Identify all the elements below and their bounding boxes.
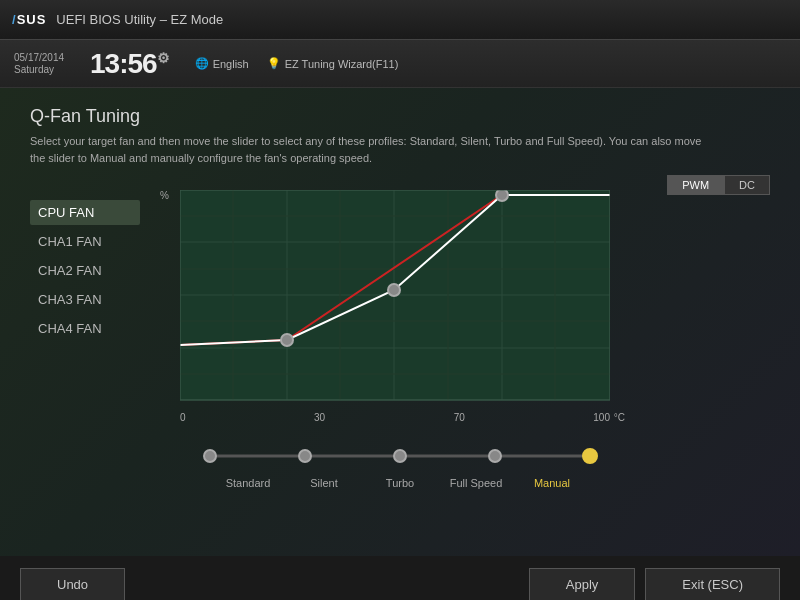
- fan-item-cha4[interactable]: CHA4 FAN: [30, 316, 140, 341]
- slider-dot-turbo[interactable]: [393, 449, 407, 463]
- asus-logo: /SUS: [12, 12, 46, 27]
- fan-curve-chart: 100 50: [180, 190, 610, 410]
- slider-dot-silent[interactable]: [298, 449, 312, 463]
- day-display: Saturday: [14, 64, 74, 76]
- slider-dot-standard[interactable]: [203, 449, 217, 463]
- fan-list: CPU FAN CHA1 FAN CHA2 FAN CHA3 FAN CHA4 …: [30, 180, 140, 341]
- date-display: 05/17/2014: [14, 52, 74, 64]
- clock-display: 13:56⚙: [90, 48, 169, 80]
- x-label-30: 30: [314, 412, 325, 423]
- timebar: 05/17/2014 Saturday 13:56⚙ 🌐 English 💡 E…: [0, 40, 800, 88]
- language-selector[interactable]: 🌐 English: [195, 57, 249, 70]
- right-buttons: Apply Exit (ESC): [529, 568, 780, 600]
- fan-item-cpu[interactable]: CPU FAN: [30, 200, 140, 225]
- chart-container: PWM DC %: [160, 180, 770, 423]
- chart-wrapper: %: [160, 190, 770, 423]
- ez-tuning-wizard[interactable]: 💡 EZ Tuning Wizard(F11): [267, 57, 399, 70]
- header-links: 🌐 English 💡 EZ Tuning Wizard(F11): [195, 57, 399, 70]
- svg-point-18: [388, 284, 400, 296]
- slider-dot-manual[interactable]: [582, 448, 598, 464]
- x-label-0: 0: [180, 412, 186, 423]
- action-buttons: Undo Apply Exit (ESC): [0, 556, 800, 600]
- apply-button[interactable]: Apply: [529, 568, 636, 600]
- label-fullspeed: Full Speed: [438, 477, 514, 489]
- section-desc: Select your target fan and then move the…: [30, 133, 710, 166]
- date-area: 05/17/2014 Saturday: [14, 52, 74, 76]
- label-manual: Manual: [514, 477, 590, 489]
- fan-item-cha1[interactable]: CHA1 FAN: [30, 229, 140, 254]
- profile-slider: Standard Silent Turbo Full Speed Manual: [30, 441, 770, 489]
- header-bar: /SUS UEFI BIOS Utility – EZ Mode: [0, 0, 800, 40]
- gear-icon[interactable]: ⚙: [157, 49, 169, 65]
- label-turbo: Turbo: [362, 477, 438, 489]
- fan-item-cha2[interactable]: CHA2 FAN: [30, 258, 140, 283]
- exit-button[interactable]: Exit (ESC): [645, 568, 780, 600]
- svg-point-17: [281, 334, 293, 346]
- x-label-100: 100: [593, 412, 610, 423]
- slider-dot-fullspeed[interactable]: [488, 449, 502, 463]
- wizard-icon: 💡: [267, 57, 281, 70]
- label-standard: Standard: [210, 477, 286, 489]
- slider-labels: Standard Silent Turbo Full Speed Manual: [210, 477, 590, 489]
- globe-icon: 🌐: [195, 57, 209, 70]
- bios-title: UEFI BIOS Utility – EZ Mode: [56, 12, 223, 27]
- main-content: Q-Fan Tuning Select your target fan and …: [0, 88, 800, 556]
- wizard-label: EZ Tuning Wizard(F11): [285, 58, 399, 70]
- x-label-70: 70: [454, 412, 465, 423]
- x-unit-label: °C: [614, 412, 625, 423]
- fan-item-cha3[interactable]: CHA3 FAN: [30, 287, 140, 312]
- chart-y-label: %: [160, 190, 169, 201]
- svg-point-19: [496, 190, 508, 201]
- label-silent: Silent: [286, 477, 362, 489]
- time-value: 13:56: [90, 48, 157, 79]
- language-label: English: [213, 58, 249, 70]
- slider-track-row: [210, 441, 590, 471]
- section-title: Q-Fan Tuning: [30, 106, 770, 127]
- undo-button[interactable]: Undo: [20, 568, 125, 600]
- content-row: CPU FAN CHA1 FAN CHA2 FAN CHA3 FAN CHA4 …: [30, 180, 770, 423]
